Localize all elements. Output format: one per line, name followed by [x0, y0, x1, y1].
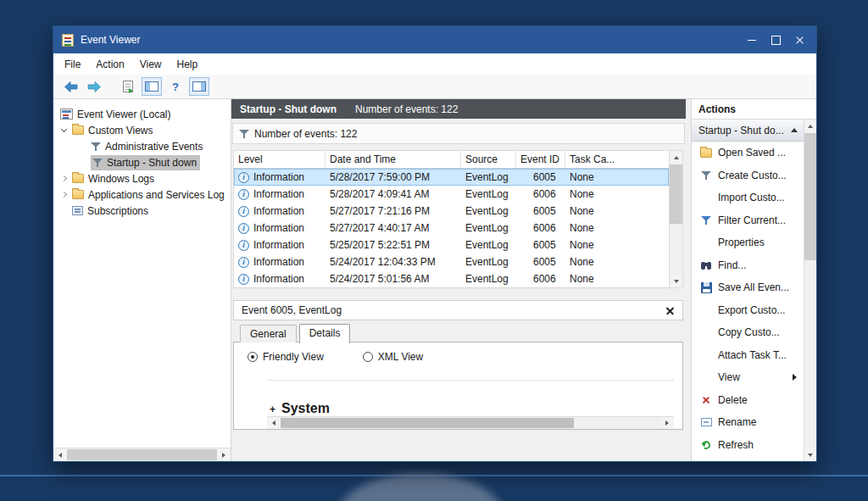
table-vertical-scrollbar[interactable] — [669, 150, 683, 288]
action-pane-icon[interactable] — [189, 77, 209, 96]
column-header-level[interactable]: Level — [234, 151, 326, 168]
action-import-custom-view[interactable]: Import Custo... — [692, 186, 804, 209]
action-create-custom-view[interactable]: Create Custo... — [692, 164, 804, 187]
scroll-up-icon[interactable] — [804, 120, 816, 132]
event-table: Level Date and Time Source Event ID Task… — [233, 150, 669, 288]
preview-tabs: General Details — [233, 320, 683, 342]
actions-scrollbar[interactable] — [804, 120, 816, 461]
column-header-datetime[interactable]: Date and Time — [326, 151, 461, 168]
preview-horizontal-scrollbar[interactable] — [267, 416, 674, 429]
expand-icon[interactable]: + — [270, 404, 275, 415]
action-find[interactable]: Find... — [692, 254, 804, 277]
scroll-left-icon[interactable] — [53, 448, 67, 461]
action-export-custom-view[interactable]: Export Custo... — [692, 299, 804, 322]
forward-icon[interactable] — [84, 77, 104, 96]
scrollbar-track[interactable] — [804, 132, 816, 448]
preview-pane: Event 6005, EventLog General Details Fri… — [233, 300, 683, 461]
table-row[interactable]: Information 5/25/2017 5:22:51 PM EventLo… — [234, 237, 669, 253]
scrollbar-track[interactable] — [670, 164, 682, 275]
close-preview-icon[interactable] — [665, 306, 675, 315]
actions-group-label: Startup - Shut do... — [698, 125, 784, 136]
table-row[interactable]: Information 5/28/2017 4:09:41 AM EventLo… — [234, 186, 669, 203]
tree-item-startup-shutdown[interactable]: Startup - Shut down — [53, 154, 231, 170]
action-label: Export Custo... — [718, 304, 785, 316]
radio-xml-view[interactable]: XML View — [363, 351, 423, 363]
menu-file[interactable]: File — [57, 53, 88, 75]
close-button[interactable] — [787, 26, 811, 53]
scrollbar-thumb[interactable] — [670, 164, 682, 224]
action-save-all-events[interactable]: Save All Even... — [692, 276, 804, 299]
action-delete[interactable]: Delete — [692, 389, 804, 412]
action-properties[interactable]: Properties — [692, 231, 804, 254]
title-bar[interactable]: Event Viewer — [53, 26, 816, 53]
action-attach-task[interactable]: Attach Task T... — [692, 344, 804, 367]
information-icon — [238, 274, 249, 285]
delete-icon — [701, 395, 711, 405]
column-header-task[interactable]: Task Ca... — [565, 151, 669, 168]
tree-item-label: Event Viewer (Local) — [77, 109, 171, 120]
scroll-right-icon[interactable] — [660, 417, 674, 429]
refresh-icon — [701, 440, 711, 450]
tree-horizontal-scrollbar[interactable] — [53, 448, 231, 461]
scroll-left-icon[interactable] — [267, 417, 281, 429]
action-refresh[interactable]: Refresh — [692, 434, 804, 457]
column-header-source[interactable]: Source — [461, 151, 516, 168]
action-rename[interactable]: Rename — [692, 411, 804, 434]
table-row[interactable]: Information 5/24/2017 5:01:56 AM EventLo… — [234, 270, 669, 287]
cell-task: None — [565, 186, 669, 203]
desktop: Event Viewer File Action View Help — [0, 0, 868, 501]
maximize-button[interactable] — [764, 26, 787, 53]
tree-item-administrative-events[interactable]: Administrative Events — [53, 138, 231, 154]
action-filter-current[interactable]: Filter Current... — [692, 209, 804, 232]
folder-icon — [72, 190, 84, 199]
table-row[interactable]: Information 5/28/2017 7:59:00 PM EventLo… — [234, 169, 669, 186]
tree-item-custom-views[interactable]: Custom Views — [53, 122, 231, 138]
scroll-down-icon[interactable] — [670, 275, 682, 287]
scrollbar-track[interactable] — [574, 417, 660, 429]
tab-general[interactable]: General — [240, 325, 297, 342]
chevron-collapsed-icon[interactable] — [61, 175, 67, 181]
cell-source: EventLog — [461, 253, 516, 270]
table-row[interactable]: Information 5/27/2017 4:40:17 AM EventLo… — [234, 220, 669, 237]
console-tree-icon[interactable] — [142, 77, 162, 96]
scroll-right-icon[interactable] — [217, 448, 231, 461]
tree-item-applications-services-logs[interactable]: Applications and Services Log — [53, 186, 231, 203]
minimize-button[interactable] — [740, 26, 764, 53]
table-row[interactable]: Information 5/24/2017 12:04:33 PM EventL… — [234, 253, 669, 270]
chevron-collapsed-icon[interactable] — [61, 192, 67, 198]
menu-action[interactable]: Action — [88, 53, 131, 75]
custom-view-icon — [91, 142, 101, 152]
back-icon[interactable] — [60, 77, 81, 96]
scrollbar-thumb[interactable] — [804, 133, 816, 260]
actions-group-header[interactable]: Startup - Shut do... — [692, 120, 804, 142]
menu-view[interactable]: View — [132, 53, 170, 75]
scrollbar-thumb[interactable] — [67, 449, 217, 460]
menu-help[interactable]: Help — [170, 53, 206, 75]
radio-unselected-icon — [363, 352, 373, 362]
chevron-expanded-icon[interactable] — [61, 126, 67, 132]
column-header-event-id[interactable]: Event ID — [516, 151, 565, 168]
tab-details[interactable]: Details — [299, 324, 351, 343]
table-row[interactable]: Information 5/27/2017 7:21:16 PM EventLo… — [234, 203, 669, 220]
tree-item-event-viewer-local[interactable]: Event Viewer (Local) — [53, 106, 231, 122]
help-icon[interactable] — [165, 77, 186, 96]
scroll-down-icon[interactable] — [804, 448, 816, 461]
action-view[interactable]: View — [692, 366, 804, 389]
collapse-icon[interactable] — [791, 128, 798, 132]
scrollbar-thumb[interactable] — [281, 418, 574, 428]
console-tree: Event Viewer (Local) Custom Views Admini… — [53, 99, 231, 461]
xml-node-system[interactable]: + System — [270, 401, 330, 416]
action-copy-custom-view[interactable]: Copy Custo... — [692, 321, 804, 344]
radio-friendly-view[interactable]: Friendly View — [248, 351, 324, 363]
filter-icon — [701, 215, 711, 225]
scroll-up-icon[interactable] — [670, 151, 682, 164]
binoculars-icon — [700, 260, 712, 270]
action-open-saved-log[interactable]: Open Saved ... — [692, 142, 804, 164]
cell-level: Information — [253, 239, 304, 251]
tree-item-subscriptions[interactable]: Subscriptions — [53, 203, 231, 219]
radio-selected-icon — [248, 352, 258, 362]
tree-item-windows-logs[interactable]: Windows Logs — [53, 170, 231, 186]
action-label: Rename — [718, 416, 756, 428]
action-help[interactable]: Help — [692, 456, 804, 461]
export-list-icon[interactable] — [118, 77, 138, 96]
